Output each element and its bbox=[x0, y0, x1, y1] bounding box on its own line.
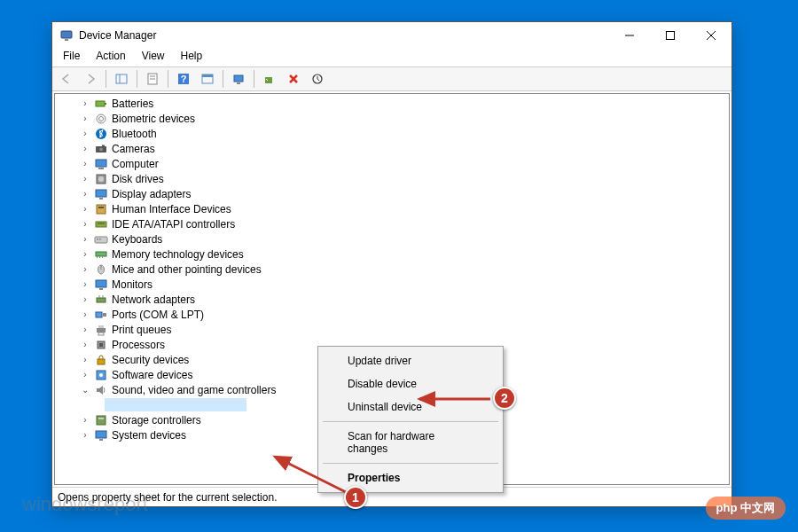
expander-icon[interactable]: › bbox=[80, 234, 90, 245]
back-button[interactable] bbox=[56, 68, 77, 90]
menu-view[interactable]: View bbox=[135, 49, 172, 66]
category-label: Bluetooth bbox=[112, 128, 157, 140]
ctx-disable-device[interactable]: Disable device bbox=[321, 372, 500, 395]
uninstall-device-button[interactable] bbox=[283, 68, 304, 90]
properties-button[interactable] bbox=[142, 68, 163, 90]
tree-category[interactable]: ›Disk drives bbox=[55, 171, 729, 186]
category-label: Print queues bbox=[112, 324, 171, 336]
action-button[interactable] bbox=[197, 68, 218, 90]
tree-category[interactable]: ›Display adapters bbox=[55, 186, 729, 201]
tree-category[interactable]: ›Bluetooth bbox=[55, 126, 729, 141]
ctx-properties[interactable]: Properties bbox=[321, 466, 500, 489]
expander-icon[interactable]: › bbox=[80, 294, 90, 305]
expander-icon[interactable]: › bbox=[80, 370, 90, 380]
expander-icon[interactable]: › bbox=[80, 430, 90, 441]
svg-rect-0 bbox=[61, 31, 72, 38]
category-label: Memory technology devices bbox=[112, 248, 244, 261]
svg-rect-65 bbox=[96, 431, 106, 438]
separator bbox=[137, 70, 137, 88]
svg-rect-66 bbox=[99, 439, 103, 441]
expander-icon[interactable]: › bbox=[80, 204, 90, 215]
software-icon bbox=[94, 368, 108, 382]
tree-category[interactable]: ›Computer bbox=[55, 156, 729, 171]
menu-help[interactable]: Help bbox=[174, 49, 210, 66]
toolbar: ? bbox=[52, 66, 732, 91]
close-button[interactable] bbox=[691, 22, 732, 49]
ctx-scan-hardware[interactable]: Scan for hardware changes bbox=[321, 425, 500, 460]
display-icon bbox=[94, 187, 108, 201]
expander-icon[interactable]: › bbox=[80, 249, 90, 260]
scan-hardware-button[interactable] bbox=[307, 68, 328, 90]
tree-category[interactable]: ›IDE ATA/ATAPI controllers bbox=[55, 216, 729, 231]
fingerprint-icon bbox=[94, 112, 108, 126]
system-icon bbox=[94, 428, 108, 442]
keyboard-icon bbox=[94, 232, 108, 246]
maximize-button[interactable] bbox=[650, 22, 691, 49]
tree-category[interactable]: ›Cameras bbox=[55, 141, 729, 156]
expander-icon[interactable]: › bbox=[80, 279, 90, 290]
expander-icon[interactable]: › bbox=[80, 355, 90, 365]
menu-file[interactable]: File bbox=[56, 49, 87, 66]
ctx-uninstall-device[interactable]: Uninstall device bbox=[321, 395, 500, 419]
separator bbox=[223, 70, 223, 88]
category-label: Ports (COM & LPT) bbox=[112, 309, 204, 321]
menu-action[interactable]: Action bbox=[89, 49, 132, 66]
update-driver-button[interactable] bbox=[228, 68, 249, 90]
selected-device-highlight[interactable] bbox=[105, 398, 246, 411]
ctx-update-driver[interactable]: Update driver bbox=[321, 349, 500, 372]
tree-category[interactable]: ›Batteries bbox=[55, 96, 729, 111]
svg-rect-15 bbox=[234, 75, 243, 82]
expander-icon[interactable]: › bbox=[80, 189, 90, 200]
svg-point-24 bbox=[99, 116, 104, 121]
tree-category[interactable]: ›Print queues bbox=[55, 322, 729, 337]
minimize-button[interactable] bbox=[609, 22, 650, 49]
tree-category[interactable]: ›Mice and other pointing devices bbox=[55, 262, 729, 277]
ide-icon bbox=[94, 217, 108, 231]
category-label: Network adapters bbox=[112, 293, 195, 306]
sound-icon bbox=[94, 383, 108, 397]
app-icon bbox=[59, 28, 74, 43]
expander-icon[interactable]: › bbox=[80, 159, 90, 169]
tree-category[interactable]: ›Network adapters bbox=[55, 292, 729, 307]
enable-device-button[interactable] bbox=[259, 68, 280, 90]
svg-rect-33 bbox=[96, 190, 106, 197]
port-icon bbox=[94, 308, 108, 322]
tree-category[interactable]: ›Biometric devices bbox=[55, 111, 729, 126]
watermark-php: php 中文网 bbox=[706, 497, 786, 520]
svg-rect-53 bbox=[96, 312, 102, 317]
svg-rect-22 bbox=[105, 103, 106, 105]
separator bbox=[254, 70, 254, 88]
disk-icon bbox=[94, 172, 108, 186]
svg-rect-63 bbox=[97, 416, 106, 425]
expander-icon[interactable]: › bbox=[80, 144, 90, 154]
tree-category[interactable]: ›Keyboards bbox=[55, 231, 729, 246]
category-label: Batteries bbox=[112, 98, 153, 110]
svg-rect-1 bbox=[65, 39, 68, 41]
bluetooth-icon bbox=[94, 127, 108, 141]
expander-icon[interactable]: › bbox=[80, 325, 90, 335]
expander-icon[interactable]: › bbox=[80, 98, 90, 109]
expander-icon[interactable]: › bbox=[80, 129, 90, 139]
expander-icon[interactable]: › bbox=[80, 309, 90, 320]
expander-icon[interactable]: › bbox=[80, 113, 90, 124]
svg-text:?: ? bbox=[181, 74, 187, 84]
show-hide-tree-button[interactable] bbox=[111, 68, 132, 90]
expander-icon[interactable]: ⌄ bbox=[80, 385, 90, 395]
expander-icon[interactable]: › bbox=[80, 174, 90, 184]
expander-icon[interactable]: › bbox=[80, 415, 90, 426]
expander-icon[interactable]: › bbox=[80, 340, 90, 350]
svg-rect-17 bbox=[265, 77, 272, 83]
category-label: Monitors bbox=[112, 278, 153, 291]
tree-category[interactable]: ›Human Interface Devices bbox=[55, 201, 729, 216]
menubar: File Action View Help bbox=[52, 49, 732, 66]
category-label: Mice and other pointing devices bbox=[112, 263, 262, 276]
help-button[interactable]: ? bbox=[173, 68, 194, 90]
forward-button[interactable] bbox=[80, 68, 101, 90]
svg-rect-54 bbox=[103, 313, 106, 317]
tree-category[interactable]: ›Memory technology devices bbox=[55, 246, 729, 262]
expander-icon[interactable]: › bbox=[80, 264, 90, 275]
expander-icon[interactable]: › bbox=[80, 219, 90, 230]
tree-category[interactable]: ›Monitors bbox=[55, 277, 729, 292]
tree-category[interactable]: ›Ports (COM & LPT) bbox=[55, 307, 729, 322]
svg-rect-50 bbox=[97, 298, 106, 302]
